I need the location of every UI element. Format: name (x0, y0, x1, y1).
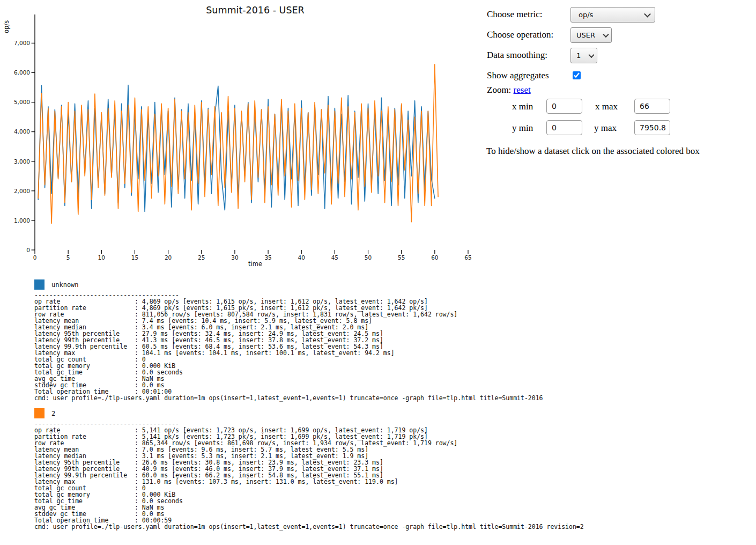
x-tick-label: 50 (365, 254, 372, 261)
y-max-input[interactable] (634, 120, 670, 135)
zoom-reset-link[interactable]: reset (514, 85, 531, 95)
x-min-label: x min (512, 101, 533, 112)
operation-label: Choose operation: (487, 30, 553, 40)
x-tick-label: 55 (398, 254, 405, 261)
y-tick-label: 7,000 (14, 40, 30, 46)
y-tick-label: 0 (26, 247, 30, 253)
metric-select[interactable]: op/s (570, 7, 655, 23)
x-tick-label: 5 (66, 254, 70, 261)
x-tick-label: 25 (198, 254, 205, 261)
dataset-unknown-stats: --------------------------------------- … (34, 292, 543, 401)
x-tick-label: 60 (431, 254, 438, 261)
smoothing-label: Data smoothing: (487, 50, 547, 61)
x-tick-label: 20 (165, 254, 172, 261)
x-tick-label: 35 (264, 254, 271, 261)
y-tick-label: 4,000 (14, 128, 30, 135)
y-tick-label: 1,000 (14, 217, 30, 224)
x-tick-label: 65 (464, 254, 471, 261)
x-axis-label: time (248, 260, 262, 268)
legend-row-unknown: unknown (34, 279, 79, 290)
x-max-label: x max (595, 101, 618, 112)
dataset-unknown-color-box[interactable] (34, 279, 45, 290)
y-tick-label: 5,000 (14, 99, 30, 105)
x-tick-label: 45 (331, 254, 338, 261)
x-tick-label: 40 (298, 254, 305, 261)
y-tick-label: 3,000 (14, 158, 30, 165)
operation-select[interactable]: USER (570, 27, 612, 43)
x-tick-label: 0 (33, 254, 37, 261)
chart-title: Summit-2016 - USER (206, 5, 304, 16)
y-tick-label: 2,000 (14, 188, 30, 194)
show-aggregates-checkbox[interactable] (573, 71, 581, 79)
metric-label: Choose metric: (487, 9, 542, 20)
aggregates-label: Show aggregates (487, 70, 549, 81)
y-tick-label: 6,000 (14, 69, 30, 76)
x-tick-label: 10 (98, 254, 105, 261)
legend-row-2: 2 (34, 408, 55, 418)
hide-show-hint: To hide/show a dataset click on the asso… (486, 146, 700, 157)
tlp-stress-report-page: Summit-2016 - USERop/s01,0002,0003,0004,… (0, 0, 756, 545)
x-tick-label: 15 (131, 254, 138, 261)
ops-time-chart[interactable]: Summit-2016 - USERop/s01,0002,0003,0004,… (0, 0, 483, 271)
dataset-2-stats: --------------------------------------- … (34, 421, 584, 530)
y-min-label: y min (512, 123, 533, 134)
x-tick-label: 30 (231, 254, 238, 261)
dataset-unknown-label: unknown (51, 281, 79, 289)
x-max-input[interactable] (634, 99, 670, 114)
y-max-label: y max (594, 123, 617, 134)
y-min-input[interactable] (546, 120, 582, 135)
zoom-row: Zoom: reset (487, 85, 531, 95)
dataset-2-color-box[interactable] (34, 408, 45, 418)
zoom-label: Zoom: (487, 85, 511, 95)
y-axis-label: op/s (3, 20, 10, 33)
dataset-2-label: 2 (51, 410, 55, 417)
series-line-2 (38, 64, 438, 223)
x-min-input[interactable] (546, 99, 582, 114)
smoothing-select[interactable]: 1 (570, 48, 597, 63)
